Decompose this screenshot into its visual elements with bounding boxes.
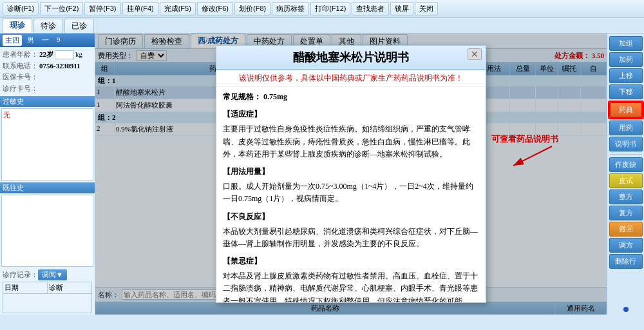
diag-recall-btn[interactable]: 调阅▼ (38, 269, 67, 280)
pharmacopoeia-highlight-box: 药典 (608, 101, 644, 119)
age-value: 22岁 (39, 49, 53, 61)
main-layout: 主四 男 一 9 患者年龄： 22岁 kg 联系电话： 0756-3230911… (0, 34, 644, 315)
lock-btn[interactable]: 锁屏 (390, 2, 413, 15)
adjust-btn[interactable]: 调方 (609, 238, 643, 253)
tab-current[interactable]: 现诊 (3, 18, 32, 33)
void-btn[interactable]: 作废缺 (609, 157, 643, 172)
whole-formula-btn[interactable]: 整方 (609, 189, 643, 204)
drug-popup: 醋酸地塞米松片说明书 ✕ 该说明仅供参考，具体以中国药典或厂家生产药药品说明书为… (216, 45, 486, 303)
diag-col-diag: 诊断 (48, 282, 92, 294)
past-history-header: 既往史 (0, 182, 95, 193)
diag-col-date: 日期 (3, 282, 48, 294)
patient-info: 患者年龄： 22岁 kg 联系电话： 0756-3230911 医保卡号： 诊疗… (0, 47, 95, 96)
svg-line-1 (513, 146, 552, 166)
left-tab-3[interactable]: 一 (39, 35, 52, 46)
left-tab-4[interactable]: 9 (54, 35, 63, 46)
price-btn[interactable]: 划价(F8) (234, 2, 270, 15)
pause-btn[interactable]: 暂停(F3) (84, 2, 120, 15)
annotation-arrow (481, 133, 558, 185)
withdraw-btn[interactable]: 撤回 (609, 222, 643, 237)
compound-btn[interactable]: 复方 (609, 206, 643, 220)
left-tab-1[interactable]: 主四 (3, 35, 22, 46)
section-content-0: 主要用于过敏性自身免疫性炎症性疾病。如结缔组织病，严重的支气管哮喘、皮炎等过敏性… (223, 123, 479, 160)
allergy-header: 过敏史 (0, 96, 95, 107)
top-toolbar: 诊断(F1) 下一位(F2) 暂停(F3) 挂单(F4) 完成(F5) 修改(F… (0, 0, 644, 18)
right-divider (610, 154, 642, 155)
diag-card-label: 诊疗卡号： (3, 83, 38, 95)
pend-btn[interactable]: 挂单(F4) (122, 2, 158, 15)
left-panel-tabs: 主四 男 一 9 (0, 34, 95, 47)
main-tab-row: 现诊 待诊 已诊 (0, 18, 644, 34)
delete-row-btn[interactable]: 删除行 (609, 254, 643, 269)
spec-value: 0.75mg (263, 92, 287, 101)
drug-popup-overlay: 醋酸地塞米松片说明书 ✕ 该说明仅供参考，具体以中国药典或厂家生产药药品说明书为… (95, 34, 607, 315)
diagnosis-btn[interactable]: 诊断(F1) (3, 2, 39, 15)
diag-area: 诊疗记录： 调阅▼ 日期 诊断 (0, 268, 95, 315)
move-down-btn[interactable]: 下移 (609, 84, 643, 99)
spec-row: 常见规格： 0.75mg (223, 91, 479, 103)
section-title-0: 适应症 (223, 108, 479, 121)
search-patient-btn[interactable]: 查找患者 (352, 2, 389, 15)
right-panel: 加组 加药 上移 下移 药典 用药 说明书 作废缺 皮试 整方 复方 撤回 调方… (607, 34, 644, 315)
pharmacopoeia-btn[interactable]: 药典 (609, 102, 643, 118)
section-content-1: 口服。成人开始剂量为一次0.75~3.00mg（1~4片），一日2~4次，维持量… (223, 180, 479, 205)
past-history-content (1, 195, 93, 267)
close-btn[interactable]: 关闭 (415, 2, 438, 15)
allergy-content: 无 (1, 108, 93, 180)
popup-title-bar: 醋酸地塞米松片说明书 ✕ (216, 46, 486, 70)
popup-subtitle: 该说明仅供参考，具体以中国药典或厂家生产药药品说明书为准！ (216, 70, 486, 87)
spec-label: 常见规格： (223, 92, 261, 101)
tab-pending[interactable]: 待诊 (33, 19, 63, 33)
annotation-text: 可查看药品说明书 (491, 133, 558, 145)
popup-close-btn[interactable]: ✕ (468, 48, 482, 60)
weight-input[interactable] (55, 50, 74, 59)
section-title-3: 禁忌症 (223, 255, 479, 267)
instructions-btn[interactable]: 说明书 (609, 137, 643, 151)
age-label: 患者年龄： (3, 49, 38, 61)
diag-records-label: 诊疗记录： (3, 270, 38, 280)
print-btn[interactable]: 打印(F12) (310, 2, 350, 15)
phone-value: 0756-3230911 (39, 61, 80, 72)
section-title-2: 不良反应 (223, 211, 479, 223)
medication-btn[interactable]: 用药 (609, 121, 643, 135)
section-content-3: 对本品及肾上腺皮质激素类药物有过敏性者禁用。高血压、血栓症、置于十二指肠溃疡，精… (223, 270, 479, 302)
section-title-1: 用法用量 (223, 166, 479, 178)
next-patient-btn[interactable]: 下一位(F2) (40, 2, 83, 15)
weight-unit: kg (75, 49, 82, 61)
tag-btn[interactable]: 病历标签 (272, 2, 309, 15)
center-panel: 门诊病历 检验检查 西/成药处方 中药处方 处置单 其他 图片资料 费用类型： … (95, 34, 607, 315)
blue-status-dot (623, 307, 629, 312)
tab-done[interactable]: 已诊 (64, 19, 94, 33)
move-up-btn[interactable]: 上移 (609, 68, 643, 83)
complete-btn[interactable]: 完成(F5) (160, 2, 196, 15)
add-drug-btn[interactable]: 加药 (609, 52, 643, 67)
modify-btn[interactable]: 修改(F6) (197, 2, 233, 15)
left-panel: 主四 男 一 9 患者年龄： 22岁 kg 联系电话： 0756-3230911… (0, 34, 95, 315)
diag-table: 日期 诊断 (3, 282, 92, 313)
card-label: 医保卡号： (3, 72, 38, 83)
add-group-btn[interactable]: 加组 (609, 36, 643, 51)
popup-title: 醋酸地塞米松片说明书 (293, 51, 409, 64)
skin-test-btn[interactable]: 皮试 (609, 173, 643, 188)
popup-content: 常见规格： 0.75mg 适应症 主要用于过敏性自身免疫性炎症性疾病。如结缔组织… (216, 87, 486, 302)
left-tab-gender[interactable]: 男 (24, 35, 37, 46)
section-content-2: 本品较大剂量易引起糖尿病、消化道溃疡和类柯兴综合征症状，对下丘脑—垂体—肾上腺轴… (223, 226, 479, 250)
phone-label: 联系电话： (3, 61, 38, 72)
